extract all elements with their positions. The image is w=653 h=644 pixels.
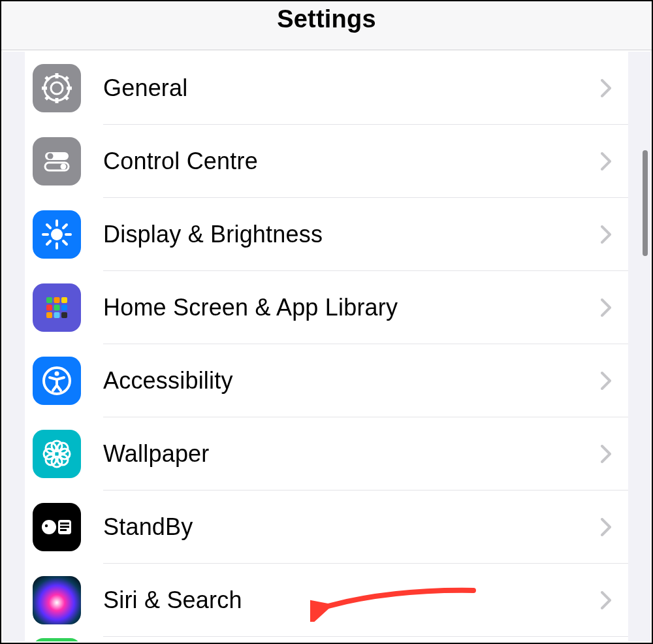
chevron-right-icon [601,298,611,317]
svg-point-43 [45,524,48,527]
flower-icon [33,430,81,478]
svg-rect-45 [60,523,69,524]
header: Settings [1,1,652,50]
chevron-right-icon [601,372,611,390]
row-content: Accessibility [103,344,628,417]
row-label: Wallpaper [103,440,210,468]
chevron-right-icon [601,79,611,97]
gear-icon [33,64,81,112]
chevron-right-icon [601,445,611,463]
svg-rect-27 [54,305,60,311]
settings-row-home-screen[interactable]: Home Screen & App Library [25,271,628,344]
svg-line-19 [47,225,50,228]
toggles-icon [33,137,81,185]
settings-row-control-centre[interactable]: Control Centre [25,125,628,198]
svg-line-7 [65,96,68,99]
svg-rect-31 [61,312,67,318]
row-label: General [103,74,187,102]
svg-line-9 [46,96,49,99]
sun-icon [33,210,81,259]
row-label: Siri & Search [103,587,242,614]
svg-line-8 [65,77,68,80]
svg-point-33 [55,372,59,376]
settings-row-display-brightness[interactable]: Display & Brightness [25,198,628,271]
next-row-icon [33,638,81,641]
scrollbar-thumb[interactable] [643,150,648,256]
svg-rect-24 [54,297,60,303]
app-grid-icon [33,283,81,332]
svg-rect-28 [61,305,67,311]
settings-row-next[interactable] [25,637,628,641]
settings-screen: Settings [0,0,653,644]
row-content: Siri & Search [103,564,628,637]
settings-row-standby[interactable]: StandBy [25,491,628,564]
row-content: General [103,52,628,125]
row-content: StandBy [103,491,628,564]
clock-card-icon [33,503,81,551]
chevron-right-icon [601,225,611,244]
row-label: Control Centre [103,148,258,175]
svg-rect-23 [46,297,52,303]
svg-line-6 [46,77,49,80]
svg-rect-30 [54,312,60,318]
siri-icon [33,576,81,624]
chevron-right-icon [601,591,611,609]
row-content: Wallpaper [103,417,628,491]
page-title: Settings [277,5,376,33]
row-label: Accessibility [103,367,233,394]
svg-line-20 [63,241,67,244]
chevron-right-icon [601,152,611,170]
row-content: Home Screen & App Library [103,271,628,344]
svg-point-11 [48,153,54,159]
svg-line-22 [47,241,50,244]
svg-line-21 [63,225,67,228]
content-area: General Control Centre [3,52,650,641]
svg-rect-25 [61,297,67,303]
settings-list: General Control Centre [25,52,628,641]
row-content [103,637,628,641]
settings-row-accessibility[interactable]: Accessibility [25,344,628,417]
settings-row-general[interactable]: General [25,52,628,125]
accessibility-icon [33,357,81,405]
row-label: Display & Brightness [103,221,323,248]
settings-row-wallpaper[interactable]: Wallpaper [25,417,628,491]
svg-point-14 [51,229,63,240]
svg-point-0 [51,82,63,94]
svg-rect-46 [60,526,69,528]
row-content: Control Centre [103,125,628,198]
row-content: Display & Brightness [103,198,628,271]
chevron-right-icon [601,518,611,536]
svg-rect-26 [46,305,52,311]
svg-rect-29 [46,312,52,318]
svg-rect-47 [60,529,67,531]
row-label: StandBy [103,513,193,541]
svg-point-42 [42,520,56,534]
settings-row-siri-search[interactable]: Siri & Search [25,564,628,637]
svg-point-13 [61,164,67,170]
row-label: Home Screen & App Library [103,294,398,321]
